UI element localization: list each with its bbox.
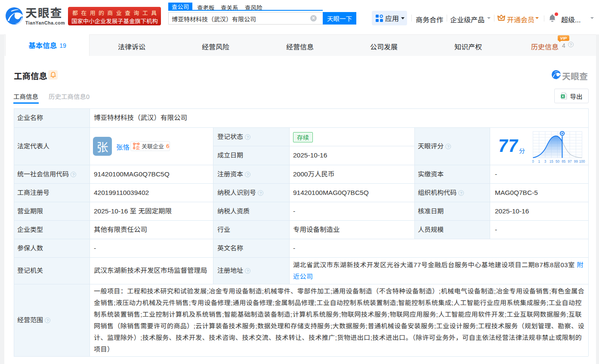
svg-text:1: 1 xyxy=(538,160,540,163)
svg-text:企: 企 xyxy=(136,144,140,150)
svg-text:3: 3 xyxy=(544,160,547,163)
svg-text:50: 50 xyxy=(556,160,560,163)
svg-text:15: 15 xyxy=(550,160,554,163)
svg-text:85: 85 xyxy=(562,160,566,163)
svg-text:0: 0 xyxy=(532,160,534,163)
svg-text:99: 99 xyxy=(574,160,578,163)
svg-text:100: 100 xyxy=(579,160,585,163)
svg-text:97: 97 xyxy=(568,160,572,163)
